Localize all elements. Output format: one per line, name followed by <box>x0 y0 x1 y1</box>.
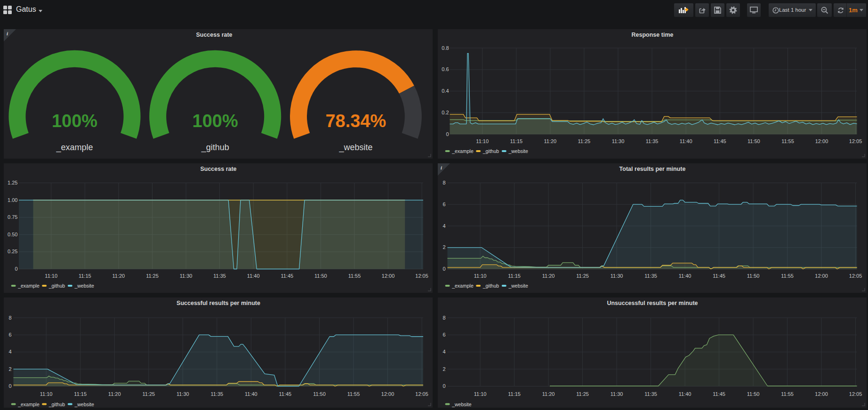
svg-text:11:30: 11:30 <box>611 391 623 397</box>
svg-text:_website: _website <box>74 283 94 289</box>
svg-text:2: 2 <box>8 366 11 372</box>
svg-text:_website: _website <box>451 402 472 407</box>
svg-text:0.8: 0.8 <box>442 45 449 51</box>
svg-text:12:00: 12:00 <box>382 273 395 279</box>
svg-text:78.34%: 78.34% <box>325 111 386 131</box>
svg-text:6: 6 <box>442 201 445 207</box>
svg-text:2: 2 <box>442 366 445 372</box>
svg-text:12:05: 12:05 <box>415 273 428 279</box>
svg-text:11:55: 11:55 <box>781 273 794 279</box>
svg-text:11:45: 11:45 <box>713 273 725 279</box>
svg-text:11:30: 11:30 <box>611 273 623 279</box>
svg-text:11:25: 11:25 <box>142 391 155 397</box>
svg-text:Success rate: Success rate <box>196 32 232 38</box>
svg-text:11:35: 11:35 <box>646 138 659 144</box>
svg-text:11:30: 11:30 <box>612 138 625 144</box>
svg-text:0: 0 <box>442 383 445 389</box>
svg-text:100%: 100% <box>193 111 238 131</box>
svg-text:12:00: 12:00 <box>815 391 828 397</box>
svg-text:0.2: 0.2 <box>442 110 449 115</box>
svg-text:11:40: 11:40 <box>245 391 257 397</box>
svg-text:4: 4 <box>442 349 445 354</box>
svg-text:0.50: 0.50 <box>8 232 17 237</box>
svg-text:0.75: 0.75 <box>8 214 17 220</box>
svg-text:12:05: 12:05 <box>849 391 862 397</box>
svg-text:11:10: 11:10 <box>40 391 53 397</box>
svg-text:11:30: 11:30 <box>177 391 189 397</box>
svg-text:11:50: 11:50 <box>314 273 327 279</box>
svg-text:11:55: 11:55 <box>781 138 794 144</box>
svg-text:2: 2 <box>442 244 445 250</box>
svg-text:11:15: 11:15 <box>510 138 522 144</box>
svg-text:12:00: 12:00 <box>381 391 394 397</box>
svg-text:0.6: 0.6 <box>442 66 449 72</box>
svg-text:_example: _example <box>451 283 474 289</box>
svg-text:11:30: 11:30 <box>180 273 193 279</box>
svg-text:11:50: 11:50 <box>747 273 760 279</box>
svg-text:11:15: 11:15 <box>74 391 87 397</box>
svg-text:8: 8 <box>442 180 445 185</box>
svg-text:_example: _example <box>17 402 40 407</box>
svg-text:11:35: 11:35 <box>210 391 223 397</box>
svg-text:11:45: 11:45 <box>281 273 293 279</box>
svg-text:0.25: 0.25 <box>8 249 17 254</box>
svg-text:4: 4 <box>8 349 11 354</box>
svg-text:11:20: 11:20 <box>544 138 557 144</box>
svg-text:_example: _example <box>56 143 93 153</box>
svg-text:12:05: 12:05 <box>849 273 862 279</box>
svg-text:11:35: 11:35 <box>644 391 657 397</box>
svg-text:11:55: 11:55 <box>348 273 361 279</box>
svg-text:11:45: 11:45 <box>279 391 292 397</box>
svg-text:11:20: 11:20 <box>542 273 555 279</box>
svg-text:11:40: 11:40 <box>679 391 691 397</box>
svg-text:11:20: 11:20 <box>113 273 125 279</box>
svg-text:1.00: 1.00 <box>8 197 17 203</box>
svg-text:4: 4 <box>442 223 445 229</box>
svg-text:0: 0 <box>446 131 449 137</box>
svg-text:11:25: 11:25 <box>576 273 589 279</box>
svg-text:0.4: 0.4 <box>442 88 449 94</box>
svg-text:11:10: 11:10 <box>474 391 487 397</box>
svg-text:_website: _website <box>508 283 528 289</box>
svg-text:11:15: 11:15 <box>79 273 91 279</box>
svg-text:11:20: 11:20 <box>542 391 555 397</box>
svg-text:11:50: 11:50 <box>313 391 326 397</box>
svg-text:11:10: 11:10 <box>474 273 487 279</box>
svg-text:11:40: 11:40 <box>679 273 691 279</box>
svg-text:_example: _example <box>17 283 40 289</box>
svg-text:11:40: 11:40 <box>680 138 692 144</box>
svg-text:11:45: 11:45 <box>713 391 725 397</box>
svg-text:11:50: 11:50 <box>747 391 760 397</box>
svg-text:_github: _github <box>48 283 65 289</box>
svg-text:11:35: 11:35 <box>644 273 657 279</box>
svg-text:11:25: 11:25 <box>576 391 589 397</box>
svg-text:_github: _github <box>48 402 65 407</box>
svg-text:8: 8 <box>8 315 11 321</box>
svg-text:11:10: 11:10 <box>476 138 489 144</box>
svg-text:12:00: 12:00 <box>815 273 828 279</box>
svg-text:11:50: 11:50 <box>747 138 760 144</box>
svg-text:Response time: Response time <box>632 32 674 38</box>
svg-text:_example: _example <box>451 148 474 154</box>
svg-text:6: 6 <box>442 332 445 338</box>
svg-text:Successful results per minute: Successful results per minute <box>177 300 260 306</box>
svg-text:12:05: 12:05 <box>415 391 428 397</box>
svg-text:11:55: 11:55 <box>347 391 360 397</box>
svg-text:12:00: 12:00 <box>815 138 828 144</box>
svg-text:Total results per minute: Total results per minute <box>619 166 686 172</box>
svg-text:11:10: 11:10 <box>45 273 57 279</box>
svg-text:6: 6 <box>8 332 11 338</box>
svg-text:_website: _website <box>338 143 372 153</box>
svg-text:8: 8 <box>442 315 445 321</box>
svg-text:11:25: 11:25 <box>146 273 159 279</box>
svg-text:12:05: 12:05 <box>849 138 862 144</box>
svg-text:11:55: 11:55 <box>781 391 794 397</box>
svg-text:Success rate: Success rate <box>200 166 236 172</box>
svg-text:_github: _github <box>482 148 499 154</box>
svg-text:11:15: 11:15 <box>508 391 521 397</box>
svg-text:0: 0 <box>8 383 11 389</box>
svg-text:11:40: 11:40 <box>247 273 260 279</box>
svg-text:_github: _github <box>201 143 229 153</box>
svg-text:11:25: 11:25 <box>578 138 591 144</box>
svg-text:11:15: 11:15 <box>508 273 521 279</box>
